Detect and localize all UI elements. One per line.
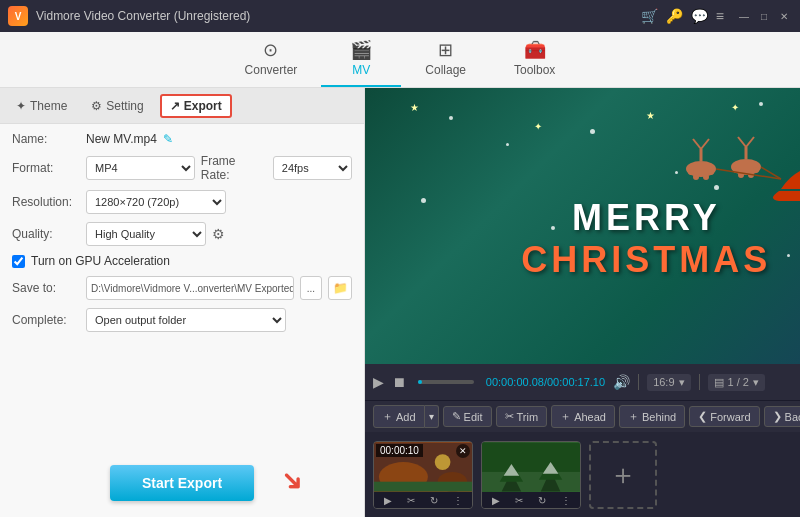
- gpu-checkbox[interactable]: [12, 255, 25, 268]
- progress-bar[interactable]: [418, 380, 474, 384]
- mv-icon: 🎬: [350, 39, 372, 61]
- backward-button[interactable]: ❯ Backward: [764, 406, 800, 427]
- page-selector[interactable]: ▤ 1 / 2 ▾: [708, 374, 765, 391]
- add-label: Add: [396, 411, 416, 423]
- quality-select[interactable]: High Quality Standard Quality: [86, 222, 206, 246]
- chat-icon[interactable]: 💬: [691, 8, 708, 24]
- key-icon[interactable]: 🔑: [666, 8, 683, 24]
- quality-label: Quality:: [12, 227, 80, 241]
- browse-button[interactable]: ...: [300, 276, 322, 300]
- tab-collage-label: Collage: [425, 63, 466, 77]
- svg-line-10: [738, 137, 746, 147]
- menu-icon[interactable]: ≡: [716, 8, 724, 24]
- toolbox-icon: 🧰: [524, 39, 546, 61]
- setting-label: Setting: [106, 99, 143, 113]
- clip-rotate-icon[interactable]: ↻: [430, 495, 438, 506]
- close-btn[interactable]: ✕: [776, 8, 792, 24]
- complete-label: Complete:: [12, 313, 80, 327]
- add-dropdown[interactable]: ▾: [425, 405, 439, 428]
- complete-select[interactable]: Open output folder Do nothing: [86, 308, 286, 332]
- settings-form: Name: New MV.mp4 ✎ Format: MP4 MOV AVI F…: [0, 124, 364, 449]
- name-label: Name:: [12, 132, 80, 146]
- edit-button[interactable]: ✎ Edit: [443, 406, 492, 427]
- trim-icon: ✂: [505, 410, 514, 423]
- framerate-select[interactable]: 24fps 30fps 60fps: [273, 156, 352, 180]
- open-folder-button[interactable]: 📁: [328, 276, 352, 300]
- minimize-btn[interactable]: —: [736, 8, 752, 24]
- clip-more-icon[interactable]: ⋮: [453, 495, 463, 506]
- add-icon: ＋: [382, 409, 393, 424]
- clip2-more-icon[interactable]: ⋮: [561, 495, 571, 506]
- close-clip-1[interactable]: ✕: [456, 444, 470, 458]
- format-select[interactable]: MP4 MOV AVI: [86, 156, 195, 180]
- svg-line-11: [746, 137, 754, 147]
- right-panel: ★ ✦ ★ ✦ ☽: [365, 88, 800, 517]
- ahead-icon: ＋: [560, 409, 571, 424]
- snow-5: [759, 102, 763, 106]
- forward-label: Forward: [710, 411, 750, 423]
- clip-play-icon[interactable]: ▶: [384, 495, 392, 506]
- svg-point-7: [708, 169, 714, 175]
- christmas-text2: CHRISTMAS: [365, 239, 800, 281]
- ahead-button[interactable]: ＋ Ahead: [551, 405, 615, 428]
- edit-name-icon[interactable]: ✎: [163, 132, 173, 146]
- snow-2: [506, 143, 509, 146]
- trim-button[interactable]: ✂ Trim: [496, 406, 548, 427]
- play-button[interactable]: ▶: [373, 374, 384, 390]
- clip2-play-icon[interactable]: ▶: [492, 495, 500, 506]
- tab-toolbox[interactable]: 🧰 Toolbox: [490, 33, 579, 87]
- ahead-label: Ahead: [574, 411, 606, 423]
- forward-button[interactable]: ❮ Forward: [689, 406, 759, 427]
- clip2-rotate-icon[interactable]: ↻: [538, 495, 546, 506]
- setting-button[interactable]: ⚙ Setting: [83, 95, 151, 117]
- add-btn-group: ＋ Add ▾: [373, 405, 439, 428]
- complete-row: Complete: Open output folder Do nothing: [12, 308, 352, 332]
- tab-converter-label: Converter: [245, 63, 298, 77]
- gear-icon: ⚙: [91, 99, 102, 113]
- export-icon: ↗: [170, 99, 180, 113]
- tab-converter[interactable]: ⊙ Converter: [221, 33, 322, 87]
- time-display: 00:00:00.08/00:00:17.10: [486, 376, 605, 388]
- start-export-button[interactable]: Start Export: [110, 465, 254, 501]
- star-4: ✦: [731, 102, 739, 113]
- collage-icon: ⊞: [438, 39, 453, 61]
- saveto-label: Save to:: [12, 281, 80, 295]
- theme-icon: ✦: [16, 99, 26, 113]
- page-chevron: ▾: [753, 376, 759, 389]
- timeline-clip-1[interactable]: ✕ 00:00:10 ▶ ✂ ↻ ⋮: [373, 441, 473, 509]
- clip-cut-icon[interactable]: ✂: [407, 495, 415, 506]
- christmas-scene: ★ ✦ ★ ✦ ☽: [365, 88, 800, 364]
- export-btn-area: Start Export ➜: [0, 449, 364, 517]
- resolution-select[interactable]: 1280×720 (720p) 1920×1080 (1080p): [86, 190, 226, 214]
- stop-button[interactable]: ⏹: [392, 374, 406, 390]
- backward-icon: ❯: [773, 410, 782, 423]
- add-clip-button[interactable]: ＋: [589, 441, 657, 509]
- svg-point-4: [688, 169, 694, 175]
- svg-point-25: [435, 454, 451, 470]
- saveto-row: Save to: D:\Vidmore\Vidmore V...onverter…: [12, 276, 352, 300]
- tab-collage[interactable]: ⊞ Collage: [401, 33, 490, 87]
- quality-settings-icon[interactable]: ⚙: [212, 226, 225, 242]
- cart-icon[interactable]: 🛒: [641, 8, 658, 24]
- maximize-btn[interactable]: □: [756, 8, 772, 24]
- snow-1: [449, 116, 453, 120]
- export-button[interactable]: ↗ Export: [160, 94, 232, 118]
- snow-3: [590, 129, 595, 134]
- gpu-row: Turn on GPU Acceleration: [12, 254, 352, 268]
- bottom-toolbar: ＋ Add ▾ ✎ Edit ✂ Trim ＋ Ahead ＋ Behind: [365, 400, 800, 432]
- behind-button[interactable]: ＋ Behind: [619, 405, 685, 428]
- clip2-cut-icon[interactable]: ✂: [515, 495, 523, 506]
- theme-button[interactable]: ✦ Theme: [8, 95, 75, 117]
- clip-2-thumb: [482, 442, 580, 492]
- window-controls: — □ ✕: [736, 8, 792, 24]
- svg-point-5: [693, 174, 699, 180]
- merry-text: MERRY: [365, 197, 800, 239]
- theme-label: Theme: [30, 99, 67, 113]
- aspect-selector[interactable]: 16:9 ▾: [647, 374, 690, 391]
- tab-mv[interactable]: 🎬 MV: [321, 33, 401, 87]
- add-button[interactable]: ＋ Add: [373, 405, 425, 428]
- timeline-clip-2[interactable]: ▶ ✂ ↻ ⋮: [481, 441, 581, 509]
- left-panel: ✦ Theme ⚙ Setting ↗ Export Name: New MV.…: [0, 88, 365, 517]
- volume-button[interactable]: 🔊: [613, 374, 630, 390]
- format-label: Format:: [12, 161, 80, 175]
